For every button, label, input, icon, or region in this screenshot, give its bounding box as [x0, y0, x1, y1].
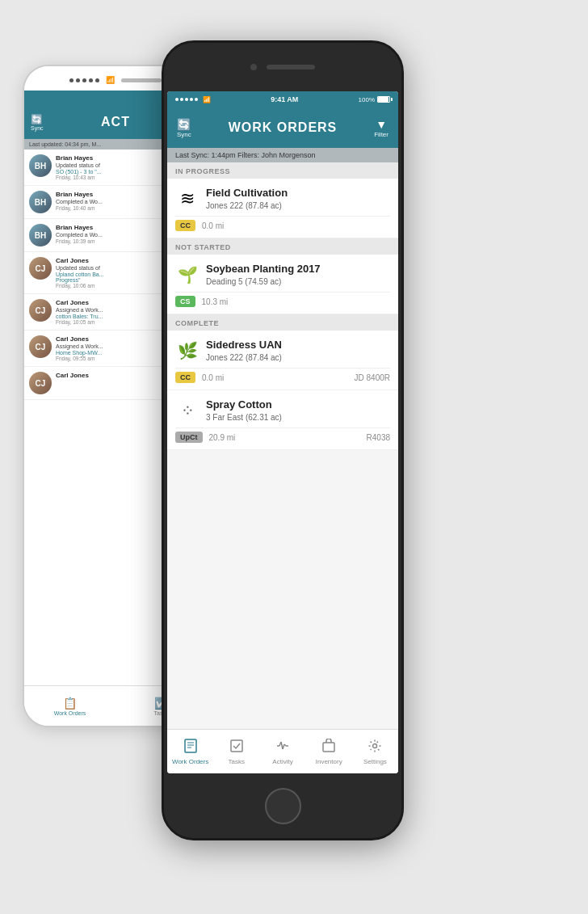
nav-label: Settings — [363, 758, 387, 765]
sync-label: Sync — [177, 131, 191, 138]
svg-rect-4 — [231, 740, 242, 752]
status-badge: CC — [175, 220, 195, 231]
avatar: BH — [29, 191, 52, 213]
home-button[interactable] — [265, 788, 301, 824]
avatar: CJ — [29, 299, 52, 322]
front-top-bar — [164, 43, 401, 91]
nav-inventory[interactable]: Inventory — [306, 730, 352, 773]
work-order-card[interactable]: ≋ Field Cultivation Jones 222 (87.84 ac)… — [167, 179, 398, 238]
svg-line-9 — [284, 744, 286, 746]
tasks-icon — [229, 739, 244, 756]
screen-header: 🔄 Sync WORK ORDERS ▼ Filter — [167, 107, 398, 148]
settings-icon — [368, 739, 382, 756]
sync-icon: 🔄 — [177, 118, 191, 131]
bottom-nav: Work Orders Tasks — [167, 729, 398, 773]
signal-dot — [175, 98, 178, 101]
section-complete: COMPLETE — [167, 314, 398, 331]
status-badge: CS — [175, 296, 195, 307]
sync-icon: 🔄 — [31, 114, 43, 125]
card-miles: 0.0 mi — [202, 221, 390, 230]
workorders-icon — [183, 739, 198, 756]
front-phone: 📶 9:41 AM 100% 🔄 Sync WORK ORDERS ▼ Filt… — [162, 40, 404, 840]
card-equipment: R4038 — [367, 433, 390, 442]
svg-rect-0 — [185, 739, 196, 752]
filter-label: Filter — [374, 131, 388, 138]
svg-point-12 — [373, 743, 377, 748]
screen-content: IN PROGRESS ≋ Field Cultivation Jones 22… — [167, 162, 398, 729]
workorders-icon: 📋 — [63, 697, 77, 710]
sidedress-uan-icon: 🌿 — [175, 339, 200, 363]
status-bar: 📶 9:41 AM 100% — [167, 91, 398, 107]
status-badge: UpCt — [175, 432, 203, 443]
signal-dot — [185, 98, 188, 101]
nav-tasks[interactable]: Tasks — [213, 730, 259, 773]
nav-label: Tasks — [229, 758, 245, 765]
avatar: BH — [29, 224, 52, 246]
header-sync-button[interactable]: 🔄 Sync — [177, 118, 191, 138]
back-sync-button[interactable]: 🔄 Sync — [31, 114, 44, 131]
card-subtitle: Deading 5 (74.59 ac) — [206, 277, 390, 286]
signal-dot — [180, 98, 183, 101]
card-miles: 20.9 mi — [209, 433, 360, 442]
avatar: CJ — [29, 257, 52, 280]
status-time: 9:41 AM — [271, 95, 298, 103]
card-subtitle: Jones 222 (87.84 ac) — [206, 353, 390, 362]
card-miles: 0.0 mi — [202, 373, 348, 382]
soybean-planting-icon: 🌱 — [175, 263, 200, 287]
svg-line-8 — [283, 744, 284, 749]
front-bottom-bar — [164, 773, 401, 838]
nav-label: Activity — [272, 758, 292, 765]
avatar: BH — [29, 154, 52, 177]
signal-dot — [190, 98, 193, 101]
card-equipment: JD 8400R — [355, 373, 390, 382]
nav-label: Work Orders — [172, 758, 208, 765]
front-speaker — [267, 65, 315, 69]
section-not-started: NOT STARTED — [167, 238, 398, 255]
work-order-card[interactable]: 🌱 Soybean Planting 2017 Deading 5 (74.59… — [167, 255, 398, 314]
nav-activity[interactable]: Activity — [259, 730, 305, 773]
card-title: Spray Cotton — [206, 398, 390, 411]
battery-icon — [377, 96, 390, 103]
battery-fill — [378, 97, 388, 102]
card-subtitle: 3 Far East (62.31 ac) — [206, 413, 390, 422]
card-miles: 10.3 mi — [202, 297, 390, 306]
sync-label: Sync — [31, 125, 44, 131]
front-screen: 📶 9:41 AM 100% 🔄 Sync WORK ORDERS ▼ Filt… — [167, 91, 398, 773]
nav-label: Inventory — [316, 758, 342, 765]
front-camera — [250, 64, 257, 70]
nav-work-orders[interactable]: Work Orders — [167, 730, 213, 773]
signal-dot — [195, 98, 198, 101]
back-header-title: ACT — [101, 115, 130, 129]
nav-settings[interactable]: Settings — [352, 730, 398, 773]
avatar: CJ — [29, 335, 52, 358]
back-nav-workorders[interactable]: 📋 Work Orders — [24, 686, 116, 726]
wifi-icon: 📶 — [203, 96, 211, 103]
spray-cotton-icon: ⁘ — [175, 398, 200, 423]
battery-percent: 100% — [359, 96, 375, 103]
page-title: WORK ORDERS — [229, 120, 338, 135]
field-cultivation-icon: ≋ — [175, 187, 200, 211]
work-order-card[interactable]: 🌿 Sidedress UAN Jones 222 (87.84 ac) CC … — [167, 331, 398, 390]
header-filter-button[interactable]: ▼ Filter — [374, 118, 388, 138]
svg-rect-11 — [323, 743, 334, 752]
activity-icon — [275, 739, 290, 756]
avatar: CJ — [29, 372, 52, 394]
status-badge: CC — [175, 372, 195, 383]
card-title: Sidedress UAN — [206, 339, 390, 352]
card-subtitle: Jones 222 (87.84 ac) — [206, 201, 390, 210]
filter-icon: ▼ — [376, 118, 387, 131]
card-title: Field Cultivation — [206, 187, 390, 200]
section-in-progress: IN PROGRESS — [167, 162, 398, 179]
card-title: Soybean Planting 2017 — [206, 263, 390, 276]
inventory-icon — [321, 739, 336, 756]
nav-label: Work Orders — [54, 710, 86, 716]
work-order-card[interactable]: ⁘ Spray Cotton 3 Far East (62.31 ac) UpC… — [167, 390, 398, 450]
sync-bar: Last Sync: 1:44pm Filters: John Morgenso… — [167, 148, 398, 162]
